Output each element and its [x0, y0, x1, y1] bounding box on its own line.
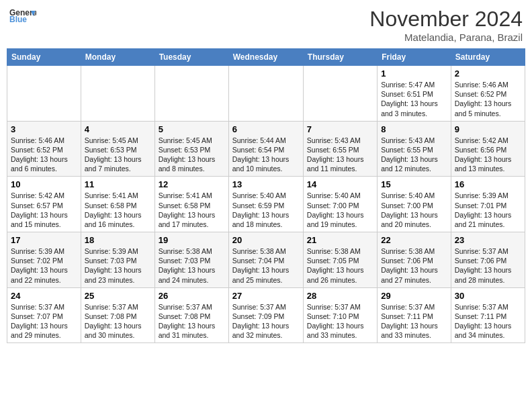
weekday-header-cell: Saturday — [451, 49, 525, 66]
title-block: November 2024 Matelandia, Parana, Brazil — [369, 7, 523, 43]
calendar-week-row: 24Sunrise: 5:37 AM Sunset: 7:07 PM Dayli… — [7, 287, 525, 343]
calendar-day-cell: 21Sunrise: 5:38 AM Sunset: 7:05 PM Dayli… — [303, 232, 377, 288]
day-info: Sunrise: 5:45 AM Sunset: 6:53 PM Dayligh… — [85, 136, 151, 174]
day-info: Sunrise: 5:42 AM Sunset: 6:56 PM Dayligh… — [455, 136, 521, 174]
day-number: 10 — [11, 179, 77, 189]
day-info: Sunrise: 5:46 AM Sunset: 6:52 PM Dayligh… — [11, 136, 77, 174]
day-number: 13 — [232, 179, 300, 189]
calendar-week-row: 1Sunrise: 5:47 AM Sunset: 6:51 PM Daylig… — [7, 66, 525, 122]
calendar-day-cell: 30Sunrise: 5:37 AM Sunset: 7:11 PM Dayli… — [451, 287, 525, 343]
calendar-day-cell: 24Sunrise: 5:37 AM Sunset: 7:07 PM Dayli… — [7, 287, 81, 343]
calendar-day-cell: 25Sunrise: 5:37 AM Sunset: 7:08 PM Dayli… — [81, 287, 154, 343]
day-number: 28 — [307, 291, 373, 301]
weekday-header-row: SundayMondayTuesdayWednesdayThursdayFrid… — [7, 49, 525, 66]
day-info: Sunrise: 5:37 AM Sunset: 7:08 PM Dayligh… — [159, 302, 225, 340]
calendar-day-cell — [7, 66, 81, 122]
day-info: Sunrise: 5:40 AM Sunset: 6:59 PM Dayligh… — [232, 191, 300, 229]
day-number: 2 — [455, 68, 521, 79]
day-info: Sunrise: 5:37 AM Sunset: 7:07 PM Dayligh… — [11, 302, 77, 340]
calendar-day-cell: 8Sunrise: 5:43 AM Sunset: 6:55 PM Daylig… — [378, 121, 451, 177]
weekday-header-cell: Friday — [378, 49, 451, 66]
day-info: Sunrise: 5:37 AM Sunset: 7:09 PM Dayligh… — [232, 302, 300, 340]
calendar-day-cell — [228, 66, 303, 122]
day-number: 15 — [381, 179, 447, 189]
day-number: 12 — [159, 179, 225, 189]
calendar-day-cell: 13Sunrise: 5:40 AM Sunset: 6:59 PM Dayli… — [228, 177, 303, 232]
weekday-header-cell: Thursday — [303, 49, 377, 66]
day-info: Sunrise: 5:38 AM Sunset: 7:03 PM Dayligh… — [159, 246, 225, 285]
page-header: General Blue November 2024 Matelandia, P… — [7, 7, 525, 43]
calendar-week-row: 10Sunrise: 5:42 AM Sunset: 6:57 PM Dayli… — [7, 177, 525, 232]
weekday-header-cell: Tuesday — [154, 49, 228, 66]
day-info: Sunrise: 5:43 AM Sunset: 6:55 PM Dayligh… — [307, 136, 373, 174]
day-info: Sunrise: 5:43 AM Sunset: 6:55 PM Dayligh… — [381, 136, 447, 174]
day-number: 7 — [307, 124, 373, 134]
day-number: 8 — [381, 124, 447, 134]
calendar-day-cell: 7Sunrise: 5:43 AM Sunset: 6:55 PM Daylig… — [303, 121, 377, 177]
day-number: 18 — [85, 235, 151, 245]
logo-icon: General Blue — [9, 7, 36, 26]
weekday-header-cell: Monday — [81, 49, 154, 66]
day-info: Sunrise: 5:37 AM Sunset: 7:11 PM Dayligh… — [381, 302, 447, 340]
day-info: Sunrise: 5:38 AM Sunset: 7:06 PM Dayligh… — [381, 246, 447, 285]
day-number: 3 — [11, 124, 77, 134]
day-info: Sunrise: 5:38 AM Sunset: 7:04 PM Dayligh… — [232, 246, 300, 285]
weekday-header-cell: Sunday — [7, 49, 81, 66]
day-number: 23 — [455, 235, 521, 245]
calendar-day-cell: 9Sunrise: 5:42 AM Sunset: 6:56 PM Daylig… — [451, 121, 525, 177]
day-info: Sunrise: 5:39 AM Sunset: 7:01 PM Dayligh… — [455, 191, 521, 229]
calendar-day-cell: 14Sunrise: 5:40 AM Sunset: 7:00 PM Dayli… — [303, 177, 377, 232]
calendar-day-cell: 17Sunrise: 5:39 AM Sunset: 7:02 PM Dayli… — [7, 232, 81, 288]
day-number: 4 — [85, 124, 151, 134]
day-info: Sunrise: 5:41 AM Sunset: 6:58 PM Dayligh… — [159, 191, 225, 229]
day-number: 6 — [232, 124, 300, 134]
calendar-day-cell: 1Sunrise: 5:47 AM Sunset: 6:51 PM Daylig… — [378, 66, 451, 122]
day-number: 14 — [307, 179, 373, 189]
calendar-day-cell: 10Sunrise: 5:42 AM Sunset: 6:57 PM Dayli… — [7, 177, 81, 232]
calendar-day-cell: 6Sunrise: 5:44 AM Sunset: 6:54 PM Daylig… — [228, 121, 303, 177]
day-number: 16 — [455, 179, 521, 189]
calendar-day-cell: 3Sunrise: 5:46 AM Sunset: 6:52 PM Daylig… — [7, 121, 81, 177]
day-info: Sunrise: 5:37 AM Sunset: 7:08 PM Dayligh… — [85, 302, 151, 340]
day-info: Sunrise: 5:37 AM Sunset: 7:11 PM Dayligh… — [455, 302, 521, 340]
svg-text:Blue: Blue — [9, 15, 27, 24]
calendar-day-cell: 5Sunrise: 5:45 AM Sunset: 6:53 PM Daylig… — [154, 121, 228, 177]
calendar-day-cell — [81, 66, 154, 122]
calendar-day-cell: 18Sunrise: 5:39 AM Sunset: 7:03 PM Dayli… — [81, 232, 154, 288]
calendar-day-cell: 4Sunrise: 5:45 AM Sunset: 6:53 PM Daylig… — [81, 121, 154, 177]
day-info: Sunrise: 5:47 AM Sunset: 6:51 PM Dayligh… — [381, 80, 447, 118]
day-info: Sunrise: 5:40 AM Sunset: 7:00 PM Dayligh… — [381, 191, 447, 229]
day-info: Sunrise: 5:44 AM Sunset: 6:54 PM Dayligh… — [232, 136, 300, 174]
day-number: 30 — [455, 291, 521, 301]
day-info: Sunrise: 5:45 AM Sunset: 6:53 PM Dayligh… — [159, 136, 225, 174]
day-number: 29 — [381, 291, 447, 301]
day-number: 1 — [381, 68, 447, 79]
calendar-day-cell: 27Sunrise: 5:37 AM Sunset: 7:09 PM Dayli… — [228, 287, 303, 343]
calendar-day-cell: 16Sunrise: 5:39 AM Sunset: 7:01 PM Dayli… — [451, 177, 525, 232]
day-info: Sunrise: 5:37 AM Sunset: 7:10 PM Dayligh… — [307, 302, 373, 340]
day-number: 25 — [85, 291, 151, 301]
day-number: 22 — [381, 235, 447, 245]
calendar-day-cell: 2Sunrise: 5:46 AM Sunset: 6:52 PM Daylig… — [451, 66, 525, 122]
day-number: 5 — [159, 124, 225, 134]
day-info: Sunrise: 5:46 AM Sunset: 6:52 PM Dayligh… — [455, 80, 521, 118]
calendar-day-cell: 20Sunrise: 5:38 AM Sunset: 7:04 PM Dayli… — [228, 232, 303, 288]
calendar-day-cell: 28Sunrise: 5:37 AM Sunset: 7:10 PM Dayli… — [303, 287, 377, 343]
day-number: 21 — [307, 235, 373, 245]
calendar-day-cell — [303, 66, 377, 122]
calendar-day-cell — [154, 66, 228, 122]
calendar-week-row: 17Sunrise: 5:39 AM Sunset: 7:02 PM Dayli… — [7, 232, 525, 288]
location-subtitle: Matelandia, Parana, Brazil — [369, 32, 523, 43]
day-number: 9 — [455, 124, 521, 134]
day-number: 24 — [11, 291, 77, 301]
logo: General Blue — [9, 7, 36, 26]
day-number: 26 — [159, 291, 225, 301]
day-number: 20 — [232, 235, 300, 245]
calendar-day-cell: 26Sunrise: 5:37 AM Sunset: 7:08 PM Dayli… — [154, 287, 228, 343]
calendar-day-cell: 15Sunrise: 5:40 AM Sunset: 7:00 PM Dayli… — [378, 177, 451, 232]
calendar-day-cell: 29Sunrise: 5:37 AM Sunset: 7:11 PM Dayli… — [378, 287, 451, 343]
calendar-day-cell: 23Sunrise: 5:37 AM Sunset: 7:06 PM Dayli… — [451, 232, 525, 288]
calendar-day-cell: 12Sunrise: 5:41 AM Sunset: 6:58 PM Dayli… — [154, 177, 228, 232]
day-info: Sunrise: 5:38 AM Sunset: 7:05 PM Dayligh… — [307, 246, 373, 285]
day-info: Sunrise: 5:42 AM Sunset: 6:57 PM Dayligh… — [11, 191, 77, 229]
